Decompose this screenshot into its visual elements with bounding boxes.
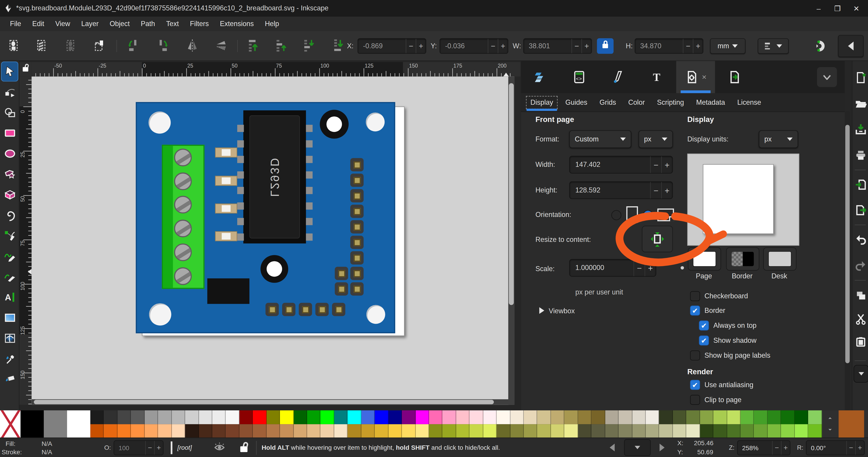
- lower-button[interactable]: [302, 38, 316, 53]
- color-swatch[interactable]: [632, 410, 646, 424]
- dialog-tab-export-dialog[interactable]: [715, 61, 754, 93]
- canvas-hscrollbar[interactable]: [31, 399, 514, 405]
- color-swatch[interactable]: [226, 424, 240, 437]
- tab-scripting[interactable]: Scripting: [652, 95, 689, 110]
- color-swatch[interactable]: [551, 410, 564, 424]
- color-swatch[interactable]: [619, 424, 632, 437]
- close-button[interactable]: ✕: [847, 0, 866, 17]
- color-swatch[interactable]: [646, 424, 659, 437]
- color-swatch[interactable]: [429, 410, 442, 424]
- page-color-button[interactable]: [688, 247, 721, 271]
- minimize-button[interactable]: –: [809, 0, 828, 17]
- save-document-button[interactable]: [853, 122, 868, 136]
- color-swatch[interactable]: [754, 424, 768, 437]
- guide-lock-toggle[interactable]: [20, 62, 32, 77]
- color-swatch[interactable]: [456, 424, 470, 437]
- canvas-vscrollbar[interactable]: [508, 77, 514, 405]
- checkbox-box[interactable]: [690, 395, 700, 405]
- color-swatch[interactable]: [808, 424, 822, 437]
- checkbox-border[interactable]: ✔Border: [690, 306, 725, 315]
- deselect-button[interactable]: [64, 38, 79, 53]
- menu-object[interactable]: Object: [104, 18, 135, 30]
- color-swatch[interactable]: [361, 424, 375, 437]
- white-swatch[interactable]: [67, 410, 90, 437]
- tool-selector[interactable]: [1, 62, 18, 82]
- color-swatch[interactable]: [727, 424, 740, 437]
- dialog-tab-text-font[interactable]: T: [637, 61, 676, 93]
- color-swatch[interactable]: [199, 424, 212, 437]
- collapse-toolbar-button[interactable]: [838, 35, 864, 57]
- color-swatch[interactable]: [686, 410, 700, 424]
- checkbox-box[interactable]: ✔: [690, 306, 700, 315]
- raise-button[interactable]: [274, 38, 288, 53]
- tab-license[interactable]: License: [732, 95, 766, 110]
- color-swatch[interactable]: [212, 410, 226, 424]
- color-swatch[interactable]: [117, 410, 131, 424]
- color-swatch[interactable]: [592, 410, 605, 424]
- flip-vertical-button[interactable]: [214, 38, 228, 53]
- color-swatch[interactable]: [117, 424, 131, 437]
- fill-value[interactable]: N/A: [41, 440, 52, 447]
- color-swatch[interactable]: [740, 410, 754, 424]
- flip-horizontal-button[interactable]: [185, 38, 199, 53]
- color-swatch[interactable]: [497, 410, 510, 424]
- color-swatch[interactable]: [646, 410, 659, 424]
- color-swatch[interactable]: [456, 410, 470, 424]
- color-swatch[interactable]: [145, 410, 158, 424]
- color-swatch[interactable]: [172, 424, 185, 437]
- page-width-field[interactable]: 147.402−+: [569, 156, 673, 174]
- menu-path[interactable]: Path: [135, 18, 161, 30]
- menu-file[interactable]: File: [4, 18, 27, 30]
- color-swatch[interactable]: [673, 410, 686, 424]
- cut-button[interactable]: [853, 311, 868, 326]
- tool-node-editor[interactable]: [1, 82, 18, 102]
- color-swatch[interactable]: [537, 424, 551, 437]
- menu-help[interactable]: Help: [259, 18, 285, 30]
- color-swatch[interactable]: [320, 410, 334, 424]
- color-swatch[interactable]: [497, 424, 510, 437]
- menu-extensions[interactable]: Extensions: [214, 18, 259, 30]
- dialog-overflow-dropdown[interactable]: [817, 67, 837, 87]
- color-swatch[interactable]: [470, 410, 483, 424]
- color-swatch[interactable]: [402, 410, 415, 424]
- dialog-tab-layers-dialog[interactable]: [521, 61, 560, 93]
- checkbox-box[interactable]: [690, 351, 700, 360]
- color-swatch[interactable]: [808, 410, 822, 424]
- color-swatch[interactable]: [659, 410, 673, 424]
- color-swatch[interactable]: [754, 410, 768, 424]
- color-swatch[interactable]: [510, 410, 524, 424]
- tool-ellipse[interactable]: [1, 144, 18, 164]
- print-button[interactable]: [853, 148, 868, 162]
- color-swatch[interactable]: [578, 424, 592, 437]
- color-swatch[interactable]: [564, 410, 578, 424]
- tool-pencil[interactable]: [1, 246, 18, 266]
- color-swatch[interactable]: [389, 424, 402, 437]
- tool-gradient[interactable]: [1, 308, 18, 328]
- color-swatch[interactable]: [605, 424, 619, 437]
- color-swatch[interactable]: [334, 410, 348, 424]
- color-swatch[interactable]: [172, 410, 185, 424]
- format-dropdown[interactable]: Custom: [569, 130, 631, 148]
- color-swatch[interactable]: [727, 410, 740, 424]
- layer-lock-icon[interactable]: [241, 443, 247, 454]
- color-swatch[interactable]: [348, 424, 361, 437]
- current-layer-label[interactable]: [root]: [177, 444, 192, 451]
- color-swatch[interactable]: [158, 410, 172, 424]
- new-document-button[interactable]: [853, 70, 868, 85]
- stroke-value[interactable]: N/A: [41, 449, 52, 455]
- color-swatch[interactable]: [564, 424, 578, 437]
- y-field[interactable]: -0.036−+: [439, 38, 508, 54]
- orientation-portrait-radio[interactable]: [611, 210, 621, 220]
- color-swatch[interactable]: [619, 410, 632, 424]
- color-swatch[interactable]: [415, 424, 429, 437]
- color-swatch[interactable]: [415, 410, 429, 424]
- palette-edge-swatch[interactable]: [838, 410, 864, 437]
- color-swatch[interactable]: [131, 424, 145, 437]
- color-swatch[interactable]: [185, 410, 199, 424]
- checkbox-checkerboard[interactable]: Checkerboard: [690, 291, 748, 301]
- color-swatch[interactable]: [145, 424, 158, 437]
- color-swatch[interactable]: [280, 424, 293, 437]
- tool-rectangle[interactable]: [1, 123, 18, 143]
- color-swatch[interactable]: [686, 424, 700, 437]
- color-swatch[interactable]: [375, 410, 389, 424]
